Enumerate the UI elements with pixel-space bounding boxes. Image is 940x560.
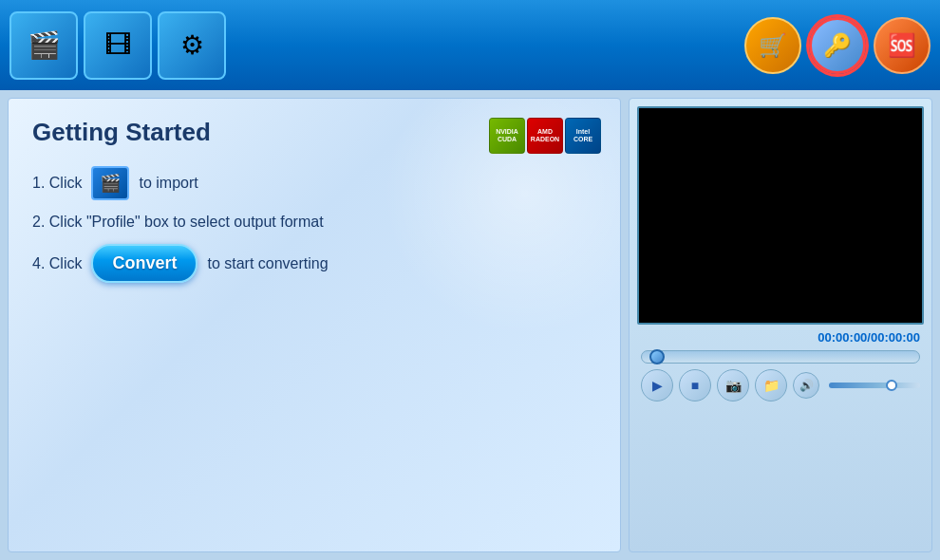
step-2: 2. Click "Profile" box to select output … <box>32 214 596 231</box>
right-panel: 00:00:00/00:00:00 ▶ ■ 📷 📁 🔊 <box>629 98 932 552</box>
step-4-prefix: 4. Click <box>32 255 82 272</box>
settings-icon: ⚙ <box>180 29 204 61</box>
step-1-suffix: to import <box>139 175 197 192</box>
step-2-text: 2. Click "Profile" box to select output … <box>32 214 324 231</box>
seek-bar[interactable] <box>641 350 920 364</box>
help-icon: 🆘 <box>888 32 916 59</box>
help-button[interactable]: 🆘 <box>874 17 931 74</box>
left-panel: NVIDIACUDA AMDRADEON IntelCORE Getting S… <box>8 98 621 552</box>
stop-button[interactable]: ■ <box>679 369 711 401</box>
step-1-prefix: 1. Click <box>32 175 82 192</box>
volume-bar[interactable] <box>829 383 920 388</box>
stop-icon: ■ <box>691 378 699 393</box>
volume-thumb[interactable] <box>886 380 897 391</box>
cuda-badge: NVIDIACUDA <box>489 118 525 154</box>
volume-icon: 🔊 <box>799 379 814 392</box>
cart-icon: 🛒 <box>759 32 787 59</box>
settings-button[interactable]: ⚙ <box>158 11 226 80</box>
add-video-icon: 🎬 <box>28 29 61 61</box>
toolbar-right: 🛒 🔑 🆘 <box>744 17 931 74</box>
film-add-icon: 🎬 <box>100 173 121 194</box>
snapshot-button[interactable]: 📷 <box>717 369 749 401</box>
key-icon: 🔑 <box>823 32 852 59</box>
edit-video-button[interactable]: 🎞 <box>84 11 152 80</box>
folder-icon: 📁 <box>763 378 780 393</box>
add-video-button[interactable]: 🎬 <box>9 11 78 80</box>
convert-inline-button[interactable]: Convert <box>91 244 197 283</box>
main-content: NVIDIACUDA AMDRADEON IntelCORE Getting S… <box>0 90 940 560</box>
convert-inline-label: Convert <box>112 253 177 273</box>
tech-badges: NVIDIACUDA AMDRADEON IntelCORE <box>489 118 601 154</box>
seek-thumb[interactable] <box>649 349 665 364</box>
buy-button[interactable]: 🛒 <box>744 17 801 74</box>
time-display: 00:00:00/00:00:00 <box>637 330 924 345</box>
step-4: 4. Click Convert to start converting <box>32 244 596 283</box>
intel-badge: IntelCORE <box>565 118 601 154</box>
step-1: 1. Click 🎬 to import <box>32 166 596 200</box>
volume-button[interactable]: 🔊 <box>793 372 819 399</box>
play-icon: ▶ <box>652 378 663 393</box>
amd-badge: AMDRADEON <box>527 118 563 154</box>
import-icon-button[interactable]: 🎬 <box>91 166 129 200</box>
folder-button[interactable]: 📁 <box>755 369 787 401</box>
seek-bar-container <box>637 350 924 364</box>
play-button[interactable]: ▶ <box>641 369 673 401</box>
toolbar-left: 🎬 🎞 ⚙ <box>9 11 226 80</box>
playback-controls: ▶ ■ 📷 📁 🔊 <box>637 369 924 401</box>
video-preview <box>637 106 924 325</box>
register-button[interactable]: 🔑 <box>809 17 866 74</box>
toolbar: 🎬 🎞 ⚙ 🛒 🔑 🆘 <box>0 0 940 90</box>
step-4-suffix: to start converting <box>207 255 328 272</box>
camera-icon: 📷 <box>725 378 742 393</box>
edit-video-icon: 🎞 <box>104 29 131 61</box>
